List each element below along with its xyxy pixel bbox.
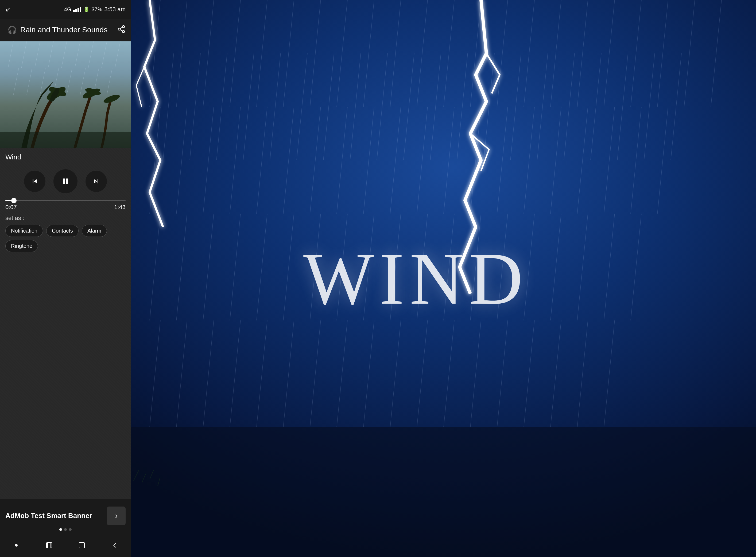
svg-point-136 <box>15 544 18 547</box>
status-left: ↙ <box>5 6 11 13</box>
set-as-section: set as : Notification Contacts Alarm Rin… <box>0 212 131 256</box>
track-name: Wind <box>0 148 131 164</box>
svg-rect-135 <box>0 132 131 148</box>
current-time: 0:07 <box>5 204 17 211</box>
svg-line-109 <box>120 27 122 28</box>
svg-point-105 <box>122 25 124 28</box>
storm-image <box>0 41 131 148</box>
ringtone-button[interactable]: Ringtone <box>5 240 38 252</box>
signal-bar-1 <box>73 10 75 12</box>
status-back-icon: ↙ <box>5 6 11 13</box>
nav-back-button[interactable] <box>107 537 123 553</box>
dot-3 <box>69 528 72 531</box>
app-header: 🎧 Rain and Thunder Sounds <box>0 19 131 41</box>
svg-line-108 <box>120 30 122 31</box>
nav-dot-button[interactable] <box>8 537 24 553</box>
battery-icon: 🔋 <box>83 6 89 12</box>
alarm-button[interactable]: Alarm <box>82 225 107 237</box>
set-as-label: set as : <box>5 215 125 222</box>
svg-rect-140 <box>79 543 84 548</box>
status-bar: ↙ 4G 🔋 37% 3:53 am <box>0 0 131 19</box>
svg-rect-100 <box>131 427 756 557</box>
ad-dots <box>59 528 72 531</box>
ad-banner: AdMob Test Smart Banner › <box>0 498 131 533</box>
signal-bar-4 <box>80 7 81 12</box>
signal-bars <box>73 7 81 12</box>
progress-bar-track[interactable] <box>5 200 125 201</box>
nav-home-button[interactable] <box>74 537 90 553</box>
clock: 3:53 am <box>105 6 126 13</box>
time-row: 0:07 1:43 <box>0 202 131 212</box>
progress-area <box>0 196 131 202</box>
app-title: Rain and Thunder Sounds <box>19 26 109 34</box>
battery-level: 37% <box>91 6 102 12</box>
phone-container: ↙ 4G 🔋 37% 3:53 am 🎧 Rain and Thunder So… <box>0 0 131 557</box>
rewind-button[interactable] <box>24 171 46 192</box>
total-time: 1:43 <box>114 204 125 211</box>
wind-text-label: WIND <box>303 235 528 322</box>
nav-bar <box>0 533 131 557</box>
pause-button[interactable] <box>53 169 78 193</box>
set-as-buttons: Notification Contacts Alarm Ringtone <box>5 225 125 252</box>
network-type: 4G <box>64 6 72 12</box>
svg-point-107 <box>122 30 124 33</box>
status-right: 4G 🔋 37% 3:53 am <box>64 6 125 13</box>
signal-bar-2 <box>75 9 77 12</box>
notification-button[interactable]: Notification <box>5 225 43 237</box>
ad-arrow-button[interactable]: › <box>107 506 125 525</box>
player-area: Wind <box>0 148 131 498</box>
ad-text: AdMob Test Smart Banner <box>5 511 107 521</box>
controls-row <box>0 164 131 196</box>
dot-1 <box>59 528 62 531</box>
dot-2 <box>64 528 67 531</box>
headphone-icon: 🎧 <box>5 23 19 36</box>
nav-recents-button[interactable] <box>41 537 57 553</box>
signal-bar-3 <box>78 8 79 12</box>
contacts-button[interactable]: Contacts <box>46 225 79 237</box>
forward-button[interactable] <box>85 171 107 192</box>
svg-point-106 <box>118 28 120 30</box>
share-button[interactable] <box>117 25 125 35</box>
